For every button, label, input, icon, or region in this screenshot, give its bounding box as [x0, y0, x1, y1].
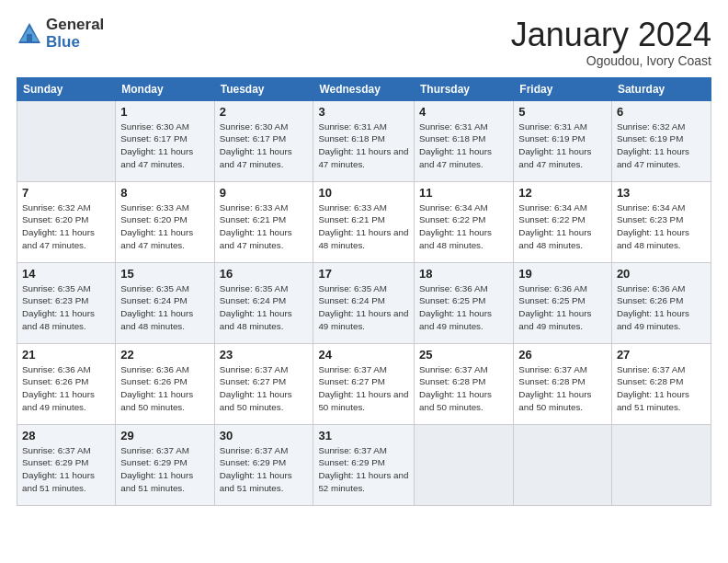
sunset-text: Sunset: 6:26 PM — [120, 376, 187, 386]
sunrise-text: Sunrise: 6:31 AM — [518, 121, 587, 132]
title-block: January 2024 Ogoudou, Ivory Coast — [511, 17, 711, 68]
calendar-cell: 22Sunrise: 6:36 AMSunset: 6:26 PMDayligh… — [116, 343, 214, 424]
calendar-week-row: 28Sunrise: 6:37 AMSunset: 6:29 PMDayligh… — [17, 424, 711, 505]
sunrise-text: Sunrise: 6:35 AM — [220, 283, 289, 293]
day-info: Sunrise: 6:37 AMSunset: 6:29 PMDaylight:… — [318, 444, 409, 495]
day-info: Sunrise: 6:34 AMSunset: 6:23 PMDaylight:… — [617, 201, 706, 252]
header: General Blue January 2024 Ogoudou, Ivory… — [17, 17, 711, 68]
sunrise-text: Sunrise: 6:35 AM — [22, 283, 91, 293]
sunset-text: Sunset: 6:25 PM — [518, 295, 585, 305]
logo: General Blue — [17, 17, 104, 51]
calendar-cell: 29Sunrise: 6:37 AMSunset: 6:29 PMDayligh… — [116, 424, 214, 505]
calendar-week-row: 7Sunrise: 6:32 AMSunset: 6:20 PMDaylight… — [17, 181, 711, 262]
day-number: 27 — [617, 348, 706, 362]
calendar-cell: 14Sunrise: 6:35 AMSunset: 6:23 PMDayligh… — [17, 262, 116, 343]
day-info: Sunrise: 6:37 AMSunset: 6:28 PMDaylight:… — [419, 363, 508, 414]
sunset-text: Sunset: 6:22 PM — [419, 214, 485, 224]
day-number: 13 — [617, 186, 706, 200]
day-info: Sunrise: 6:33 AMSunset: 6:20 PMDaylight:… — [120, 201, 209, 252]
sunset-text: Sunset: 6:27 PM — [318, 376, 384, 386]
month-title: January 2024 — [511, 17, 711, 53]
svg-rect-2 — [27, 34, 32, 41]
daylight-text: Daylight: 11 hours and 50 minutes. — [120, 389, 193, 412]
calendar-cell: 21Sunrise: 6:36 AMSunset: 6:26 PMDayligh… — [17, 343, 116, 424]
sunset-text: Sunset: 6:28 PM — [419, 376, 485, 386]
daylight-text: Daylight: 11 hours and 48 minutes. — [220, 308, 292, 331]
day-number: 16 — [220, 267, 309, 281]
calendar-cell: 13Sunrise: 6:34 AMSunset: 6:23 PMDayligh… — [611, 181, 711, 262]
calendar-cell: 5Sunrise: 6:31 AMSunset: 6:19 PMDaylight… — [514, 100, 612, 181]
logo-icon — [17, 21, 42, 47]
daylight-text: Daylight: 11 hours and 48 minutes. — [120, 308, 193, 331]
calendar-cell: 31Sunrise: 6:37 AMSunset: 6:29 PMDayligh… — [313, 424, 415, 505]
calendar-week-row: 14Sunrise: 6:35 AMSunset: 6:23 PMDayligh… — [17, 262, 711, 343]
day-number: 6 — [617, 105, 706, 119]
sunset-text: Sunset: 6:24 PM — [120, 295, 187, 305]
sunrise-text: Sunrise: 6:37 AM — [318, 364, 387, 374]
day-info: Sunrise: 6:35 AMSunset: 6:23 PMDaylight:… — [22, 282, 110, 333]
daylight-text: Daylight: 11 hours and 51 minutes. — [120, 470, 193, 493]
day-info: Sunrise: 6:33 AMSunset: 6:21 PMDaylight:… — [220, 201, 309, 252]
calendar-cell: 15Sunrise: 6:35 AMSunset: 6:24 PMDayligh… — [116, 262, 214, 343]
sunset-text: Sunset: 6:23 PM — [22, 295, 88, 305]
calendar-cell — [514, 424, 612, 505]
daylight-text: Daylight: 11 hours and 47 minutes. — [617, 146, 689, 169]
day-info: Sunrise: 6:35 AMSunset: 6:24 PMDaylight:… — [220, 282, 309, 333]
calendar-cell: 20Sunrise: 6:36 AMSunset: 6:26 PMDayligh… — [611, 262, 711, 343]
calendar-cell: 27Sunrise: 6:37 AMSunset: 6:28 PMDayligh… — [611, 343, 711, 424]
sunrise-text: Sunrise: 6:32 AM — [617, 121, 686, 132]
daylight-text: Daylight: 11 hours and 50 minutes. — [419, 389, 492, 412]
day-info: Sunrise: 6:32 AMSunset: 6:20 PMDaylight:… — [22, 201, 110, 252]
day-number: 3 — [318, 105, 409, 119]
sunset-text: Sunset: 6:22 PM — [518, 214, 585, 224]
day-info: Sunrise: 6:37 AMSunset: 6:29 PMDaylight:… — [22, 444, 110, 495]
sunrise-text: Sunrise: 6:30 AM — [220, 121, 289, 132]
day-number: 8 — [120, 186, 209, 200]
calendar-cell: 3Sunrise: 6:31 AMSunset: 6:18 PMDaylight… — [313, 100, 415, 181]
day-number: 5 — [518, 105, 607, 119]
day-number: 29 — [120, 429, 209, 442]
day-number: 31 — [318, 429, 409, 442]
calendar-cell: 6Sunrise: 6:32 AMSunset: 6:19 PMDaylight… — [611, 100, 711, 181]
day-number: 7 — [22, 186, 110, 200]
day-number: 20 — [617, 267, 706, 281]
sunrise-text: Sunrise: 6:37 AM — [220, 364, 289, 374]
sunset-text: Sunset: 6:25 PM — [419, 295, 485, 305]
calendar-cell: 30Sunrise: 6:37 AMSunset: 6:29 PMDayligh… — [214, 424, 313, 505]
day-number: 14 — [22, 267, 110, 281]
daylight-text: Daylight: 11 hours and 47 minutes. — [120, 227, 193, 250]
calendar-cell: 2Sunrise: 6:30 AMSunset: 6:17 PMDaylight… — [214, 100, 313, 181]
calendar-cell: 19Sunrise: 6:36 AMSunset: 6:25 PMDayligh… — [514, 262, 612, 343]
sunrise-text: Sunrise: 6:33 AM — [220, 202, 289, 213]
day-number: 23 — [220, 348, 309, 362]
day-info: Sunrise: 6:37 AMSunset: 6:29 PMDaylight:… — [120, 444, 209, 495]
sunset-text: Sunset: 6:24 PM — [318, 295, 384, 305]
daylight-text: Daylight: 11 hours and 47 minutes. — [318, 146, 408, 169]
day-number: 9 — [220, 186, 309, 200]
sunset-text: Sunset: 6:21 PM — [220, 214, 286, 224]
sunrise-text: Sunrise: 6:34 AM — [518, 202, 587, 213]
daylight-text: Daylight: 11 hours and 47 minutes. — [120, 146, 193, 169]
sunrise-text: Sunrise: 6:32 AM — [22, 202, 91, 213]
day-number: 12 — [518, 186, 607, 200]
daylight-text: Daylight: 11 hours and 51 minutes. — [617, 389, 689, 412]
daylight-text: Daylight: 11 hours and 47 minutes. — [22, 227, 95, 250]
day-info: Sunrise: 6:37 AMSunset: 6:28 PMDaylight:… — [518, 363, 607, 414]
sunrise-text: Sunrise: 6:36 AM — [518, 283, 587, 293]
sunset-text: Sunset: 6:21 PM — [318, 214, 384, 224]
calendar-cell: 26Sunrise: 6:37 AMSunset: 6:28 PMDayligh… — [514, 343, 612, 424]
day-info: Sunrise: 6:37 AMSunset: 6:27 PMDaylight:… — [220, 363, 309, 414]
day-info: Sunrise: 6:37 AMSunset: 6:28 PMDaylight:… — [617, 363, 706, 414]
sunrise-text: Sunrise: 6:31 AM — [419, 121, 488, 132]
day-info: Sunrise: 6:36 AMSunset: 6:26 PMDaylight:… — [617, 282, 706, 333]
calendar-cell: 9Sunrise: 6:33 AMSunset: 6:21 PMDaylight… — [214, 181, 313, 262]
sunrise-text: Sunrise: 6:37 AM — [22, 445, 91, 455]
day-number: 10 — [318, 186, 409, 200]
calendar-cell: 8Sunrise: 6:33 AMSunset: 6:20 PMDaylight… — [116, 181, 214, 262]
sunset-text: Sunset: 6:29 PM — [22, 457, 88, 467]
day-info: Sunrise: 6:31 AMSunset: 6:18 PMDaylight:… — [318, 121, 409, 171]
sunrise-text: Sunrise: 6:36 AM — [419, 283, 488, 293]
daylight-text: Daylight: 11 hours and 47 minutes. — [518, 146, 591, 169]
logo-general: General — [46, 17, 104, 34]
daylight-text: Daylight: 11 hours and 48 minutes. — [518, 227, 591, 250]
